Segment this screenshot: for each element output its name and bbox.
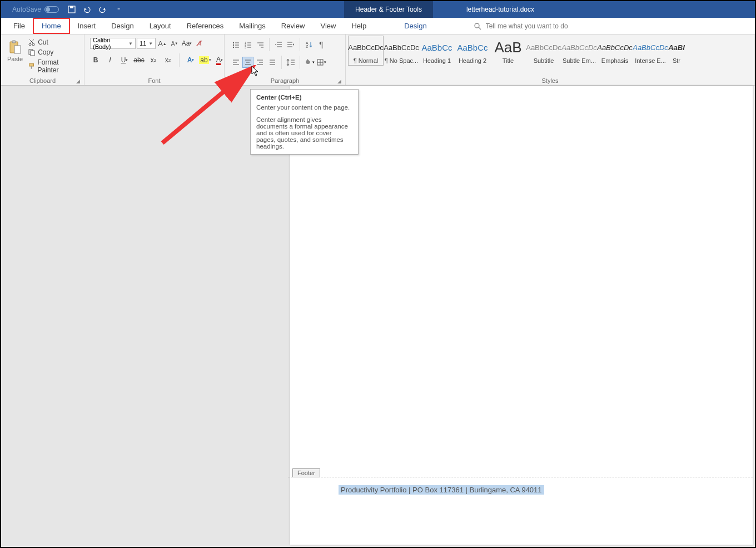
scissors-icon xyxy=(28,38,36,46)
group-styles: AaBbCcDc¶ Normal AaBbCcDc¶ No Spac... Aa… xyxy=(346,34,755,85)
tell-me-search[interactable]: Tell me what you want to do xyxy=(474,18,568,34)
styles-group-label: Styles xyxy=(346,77,754,85)
chevron-down-icon: ▼ xyxy=(128,41,133,46)
svg-line-10 xyxy=(29,40,33,43)
highlight-button[interactable]: ab▾ xyxy=(200,55,211,66)
style-strong[interactable]: AaBlStr xyxy=(668,36,685,66)
clipboard-group-label: Clipboard xyxy=(1,77,84,85)
footer-boundary-line xyxy=(288,477,753,477)
ribbon-tabs: File Home Insert Design Layout Reference… xyxy=(1,18,755,34)
paste-label: Paste xyxy=(7,56,23,62)
font-color-button[interactable]: A▾ xyxy=(214,55,225,66)
tab-mailings[interactable]: Mailings xyxy=(231,18,273,34)
autosave-toggle[interactable]: AutoSave xyxy=(12,6,59,13)
text-effects-button[interactable]: A▾ xyxy=(185,55,196,66)
style-subtle-emphasis[interactable]: AaBbCcDcSubtle Em... xyxy=(561,36,597,66)
styles-gallery[interactable]: AaBbCcDc¶ Normal AaBbCcDc¶ No Spac... Aa… xyxy=(346,34,687,67)
shading-button[interactable]: ▾ xyxy=(304,57,315,68)
style-emphasis[interactable]: AaBbCcDcEmphasis xyxy=(597,36,633,66)
footer-tab-label[interactable]: Footer xyxy=(292,468,320,477)
svg-point-2 xyxy=(475,23,479,28)
svg-point-17 xyxy=(233,45,234,46)
redo-icon[interactable] xyxy=(98,4,108,14)
brush-icon xyxy=(28,62,35,70)
tab-file[interactable]: File xyxy=(6,18,33,34)
tab-insert[interactable]: Insert xyxy=(70,18,104,34)
tab-home[interactable]: Home xyxy=(33,18,70,34)
paragraph-launcher-icon[interactable]: ◢ xyxy=(337,78,343,84)
format-painter-label: Format Painter xyxy=(38,58,79,74)
qat-customize-icon[interactable]: ⁼ xyxy=(113,4,123,14)
cut-button[interactable]: Cut xyxy=(27,38,81,47)
copy-icon xyxy=(28,48,36,56)
tab-review[interactable]: Review xyxy=(273,18,313,34)
shrink-font-button[interactable]: A▼ xyxy=(169,38,180,49)
style-title[interactable]: AaBTitle xyxy=(490,36,526,66)
tab-help[interactable]: Help xyxy=(344,18,374,34)
justify-button[interactable] xyxy=(267,57,278,68)
increase-indent-button[interactable] xyxy=(285,39,296,50)
bold-button[interactable]: B xyxy=(90,55,101,66)
style-no-spacing[interactable]: AaBbCcDc¶ No Spac... xyxy=(384,36,419,66)
group-clipboard: Paste Cut Copy Format Painter Clipboard … xyxy=(1,34,84,85)
svg-rect-14 xyxy=(31,66,32,69)
numbering-button[interactable]: 123 xyxy=(242,39,253,50)
document-area xyxy=(3,86,753,545)
superscript-button[interactable]: x2 xyxy=(162,55,173,66)
borders-button[interactable]: ▾ xyxy=(316,57,327,68)
autosave-label: AutoSave xyxy=(12,6,41,13)
format-painter-button[interactable]: Format Painter xyxy=(27,58,81,75)
bullets-button[interactable] xyxy=(230,39,241,50)
tab-references[interactable]: References xyxy=(179,18,231,34)
tab-context-design[interactable]: Design xyxy=(396,18,434,34)
cursor-icon xyxy=(251,66,260,77)
chevron-down-icon: ▼ xyxy=(148,41,153,46)
line-spacing-button[interactable] xyxy=(285,57,296,68)
style-heading-1[interactable]: AaBbCcHeading 1 xyxy=(419,36,455,66)
tooltip-desc-2: Center alignment gives documents a forma… xyxy=(256,116,352,150)
style-normal[interactable]: AaBbCcDc¶ Normal xyxy=(348,36,384,66)
autosave-switch-icon[interactable] xyxy=(44,6,59,13)
subscript-button[interactable]: x2 xyxy=(148,55,159,66)
tooltip-title: Center (Ctrl+E) xyxy=(256,94,352,101)
underline-button[interactable]: U▾ xyxy=(119,55,130,66)
svg-point-8 xyxy=(32,43,34,46)
svg-rect-6 xyxy=(14,46,21,53)
tab-design[interactable]: Design xyxy=(103,18,141,34)
clear-formatting-button[interactable]: A̸ xyxy=(193,38,205,49)
font-size-combo[interactable]: 11▼ xyxy=(137,38,156,49)
undo-icon[interactable] xyxy=(82,4,92,14)
show-marks-button[interactable]: ¶ xyxy=(316,39,327,50)
grow-font-button[interactable]: A▲ xyxy=(157,38,168,49)
multilevel-list-button[interactable] xyxy=(255,39,266,50)
decrease-indent-button[interactable] xyxy=(273,39,284,50)
svg-text:3: 3 xyxy=(245,46,246,48)
ribbon: Paste Cut Copy Format Painter Clipboard … xyxy=(1,34,755,86)
copy-button[interactable]: Copy xyxy=(27,48,81,57)
svg-point-7 xyxy=(29,43,31,46)
title-bar: AutoSave ⁼ Header & Footer Tools letterh… xyxy=(1,1,755,18)
strikethrough-button[interactable]: abc xyxy=(133,55,145,66)
footer-text[interactable]: Productivity Portfolio | PO Box 117361 |… xyxy=(339,485,544,495)
tooltip-desc-1: Center your content on the page. xyxy=(256,104,352,111)
tab-layout[interactable]: Layout xyxy=(142,18,179,34)
style-subtitle[interactable]: AaBbCcDcSubtitle xyxy=(526,36,561,66)
italic-button[interactable]: I xyxy=(105,55,116,66)
document-page[interactable] xyxy=(290,86,753,545)
svg-line-3 xyxy=(479,27,481,29)
clipboard-launcher-icon[interactable]: ◢ xyxy=(76,78,82,84)
svg-text:Z: Z xyxy=(306,45,309,48)
svg-point-15 xyxy=(233,42,234,43)
style-heading-2[interactable]: AaBbCcHeading 2 xyxy=(455,36,490,66)
change-case-button[interactable]: Aa▾ xyxy=(181,38,192,49)
font-size-value: 11 xyxy=(140,40,146,47)
save-icon[interactable] xyxy=(67,4,77,14)
tab-view[interactable]: View xyxy=(312,18,344,34)
svg-rect-13 xyxy=(29,63,34,66)
paste-button[interactable]: Paste xyxy=(4,37,26,62)
cut-label: Cut xyxy=(38,38,48,46)
svg-line-9 xyxy=(30,40,34,43)
style-intense-emphasis[interactable]: AaBbCcDcIntense E... xyxy=(633,36,668,66)
sort-button[interactable]: AZ xyxy=(304,39,315,50)
font-name-combo[interactable]: Calibri (Body)▼ xyxy=(90,38,136,49)
